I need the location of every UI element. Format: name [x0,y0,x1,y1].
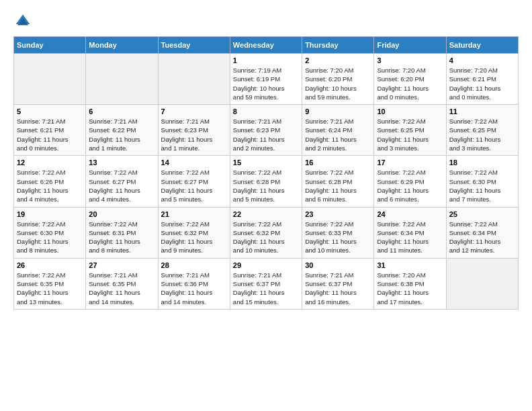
calendar-cell: 24Sunrise: 7:22 AMSunset: 6:34 PMDayligh… [374,207,446,258]
day-info: Sunrise: 7:22 AMSunset: 6:34 PMDaylight:… [449,220,515,255]
day-info: Sunrise: 7:22 AMSunset: 6:30 PMDaylight:… [17,220,83,255]
logo-icon [15,13,31,30]
day-number: 2 [305,56,371,64]
calendar-cell: 9Sunrise: 7:21 AMSunset: 6:24 PMDaylight… [302,105,374,156]
page-header [13,13,519,30]
day-info: Sunrise: 7:22 AMSunset: 6:32 PMDaylight:… [233,220,299,255]
calendar-cell: 2Sunrise: 7:20 AMSunset: 6:20 PMDaylight… [302,54,374,105]
day-info: Sunrise: 7:21 AMSunset: 6:37 PMDaylight:… [305,271,371,306]
day-info: Sunrise: 7:20 AMSunset: 6:38 PMDaylight:… [377,271,443,306]
day-number: 14 [161,158,227,167]
day-header-monday: Monday [86,37,158,54]
day-info: Sunrise: 7:22 AMSunset: 6:28 PMDaylight:… [305,168,371,203]
day-number: 30 [305,261,371,269]
calendar-cell: 1Sunrise: 7:19 AMSunset: 6:19 PMDaylight… [230,54,302,105]
calendar-cell: 12Sunrise: 7:22 AMSunset: 6:26 PMDayligh… [14,156,86,207]
day-header-friday: Friday [374,37,446,54]
day-number: 20 [89,210,154,218]
day-info: Sunrise: 7:21 AMSunset: 6:23 PMDaylight:… [161,117,227,152]
calendar-cell: 10Sunrise: 7:22 AMSunset: 6:25 PMDayligh… [374,105,446,156]
day-header-tuesday: Tuesday [158,37,230,54]
calendar-cell: 30Sunrise: 7:21 AMSunset: 6:37 PMDayligh… [302,258,374,309]
day-number: 31 [377,261,443,269]
day-info: Sunrise: 7:22 AMSunset: 6:35 PMDaylight:… [17,271,83,306]
day-info: Sunrise: 7:20 AMSunset: 6:21 PMDaylight:… [449,66,515,101]
calendar-cell: 17Sunrise: 7:22 AMSunset: 6:29 PMDayligh… [374,156,446,207]
day-number: 7 [161,107,227,116]
day-info: Sunrise: 7:21 AMSunset: 6:36 PMDaylight:… [161,271,227,306]
day-number: 26 [17,261,83,269]
calendar-cell [446,258,518,309]
calendar-cell: 23Sunrise: 7:22 AMSunset: 6:33 PMDayligh… [302,207,374,258]
day-info: Sunrise: 7:21 AMSunset: 6:37 PMDaylight:… [233,271,299,306]
week-row-3: 12Sunrise: 7:22 AMSunset: 6:26 PMDayligh… [14,156,519,207]
calendar-cell: 7Sunrise: 7:21 AMSunset: 6:23 PMDaylight… [158,105,230,156]
calendar-cell: 8Sunrise: 7:21 AMSunset: 6:23 PMDaylight… [230,105,302,156]
day-number: 17 [377,158,443,167]
day-info: Sunrise: 7:21 AMSunset: 6:22 PMDaylight:… [89,117,154,152]
day-number: 11 [449,107,515,116]
day-number: 21 [161,210,227,218]
day-info: Sunrise: 7:22 AMSunset: 6:32 PMDaylight:… [161,220,227,255]
day-number: 18 [449,158,515,167]
day-number: 25 [449,210,515,218]
calendar-cell: 11Sunrise: 7:22 AMSunset: 6:25 PMDayligh… [446,105,518,156]
calendar-cell: 15Sunrise: 7:22 AMSunset: 6:28 PMDayligh… [230,156,302,207]
calendar-cell: 18Sunrise: 7:22 AMSunset: 6:30 PMDayligh… [446,156,518,207]
day-number: 4 [449,56,515,64]
day-number: 5 [17,107,83,116]
day-number: 1 [233,56,299,64]
day-info: Sunrise: 7:22 AMSunset: 6:27 PMDaylight:… [161,168,227,203]
calendar-cell: 20Sunrise: 7:22 AMSunset: 6:31 PMDayligh… [86,207,158,258]
calendar-cell: 28Sunrise: 7:21 AMSunset: 6:36 PMDayligh… [158,258,230,309]
calendar-cell [158,54,230,105]
calendar-cell: 3Sunrise: 7:20 AMSunset: 6:20 PMDaylight… [374,54,446,105]
day-number: 12 [17,158,83,167]
day-header-thursday: Thursday [302,37,374,54]
day-info: Sunrise: 7:21 AMSunset: 6:35 PMDaylight:… [89,271,154,306]
calendar-cell: 22Sunrise: 7:22 AMSunset: 6:32 PMDayligh… [230,207,302,258]
day-number: 19 [17,210,83,218]
calendar-cell [14,54,86,105]
calendar-cell: 13Sunrise: 7:22 AMSunset: 6:27 PMDayligh… [86,156,158,207]
calendar-cell: 27Sunrise: 7:21 AMSunset: 6:35 PMDayligh… [86,258,158,309]
day-info: Sunrise: 7:21 AMSunset: 6:24 PMDaylight:… [305,117,371,152]
week-row-4: 19Sunrise: 7:22 AMSunset: 6:30 PMDayligh… [14,207,519,258]
day-header-sunday: Sunday [14,37,86,54]
day-number: 8 [233,107,299,116]
day-number: 10 [377,107,443,116]
day-info: Sunrise: 7:22 AMSunset: 6:29 PMDaylight:… [377,168,443,203]
calendar-cell: 16Sunrise: 7:22 AMSunset: 6:28 PMDayligh… [302,156,374,207]
day-number: 15 [233,158,299,167]
day-header-saturday: Saturday [446,37,518,54]
day-info: Sunrise: 7:22 AMSunset: 6:25 PMDaylight:… [377,117,443,152]
calendar-table: SundayMondayTuesdayWednesdayThursdayFrid… [13,36,519,310]
day-number: 29 [233,261,299,269]
calendar-cell: 4Sunrise: 7:20 AMSunset: 6:21 PMDaylight… [446,54,518,105]
calendar-cell: 14Sunrise: 7:22 AMSunset: 6:27 PMDayligh… [158,156,230,207]
calendar-cell: 29Sunrise: 7:21 AMSunset: 6:37 PMDayligh… [230,258,302,309]
calendar-cell [86,54,158,105]
day-info: Sunrise: 7:19 AMSunset: 6:19 PMDaylight:… [233,66,299,101]
day-number: 23 [305,210,371,218]
day-info: Sunrise: 7:22 AMSunset: 6:28 PMDaylight:… [233,168,299,203]
day-number: 3 [377,56,443,64]
calendar-cell: 6Sunrise: 7:21 AMSunset: 6:22 PMDaylight… [86,105,158,156]
day-number: 13 [89,158,154,167]
calendar-cell: 26Sunrise: 7:22 AMSunset: 6:35 PMDayligh… [14,258,86,309]
day-info: Sunrise: 7:22 AMSunset: 6:27 PMDaylight:… [89,168,154,203]
calendar-cell: 25Sunrise: 7:22 AMSunset: 6:34 PMDayligh… [446,207,518,258]
day-info: Sunrise: 7:22 AMSunset: 6:33 PMDaylight:… [305,220,371,255]
week-row-2: 5Sunrise: 7:21 AMSunset: 6:21 PMDaylight… [14,105,519,156]
day-info: Sunrise: 7:21 AMSunset: 6:23 PMDaylight:… [233,117,299,152]
day-info: Sunrise: 7:20 AMSunset: 6:20 PMDaylight:… [305,66,371,101]
day-header-wednesday: Wednesday [230,37,302,54]
day-info: Sunrise: 7:22 AMSunset: 6:31 PMDaylight:… [89,220,154,255]
logo [13,13,32,30]
calendar-cell: 19Sunrise: 7:22 AMSunset: 6:30 PMDayligh… [14,207,86,258]
day-info: Sunrise: 7:20 AMSunset: 6:20 PMDaylight:… [377,66,443,101]
day-number: 27 [89,261,154,269]
week-row-5: 26Sunrise: 7:22 AMSunset: 6:35 PMDayligh… [14,258,519,309]
day-number: 24 [377,210,443,218]
calendar-cell: 21Sunrise: 7:22 AMSunset: 6:32 PMDayligh… [158,207,230,258]
